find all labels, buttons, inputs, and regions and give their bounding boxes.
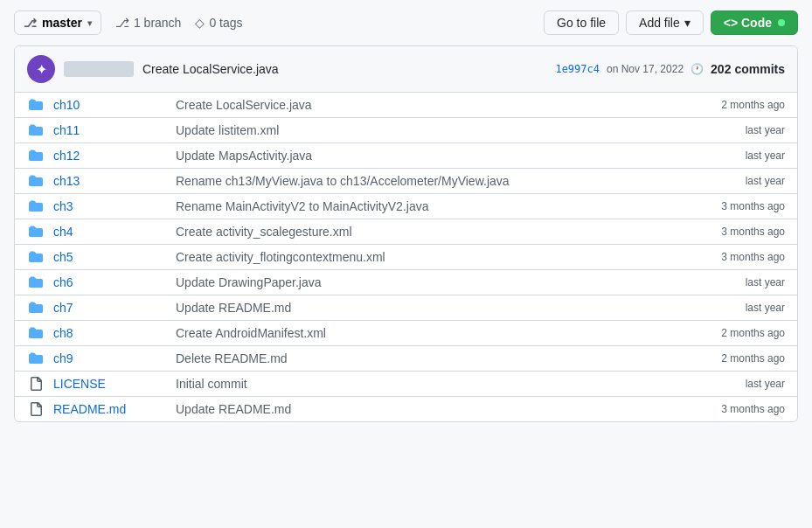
- folder-name[interactable]: ch4: [53, 225, 167, 239]
- folder-name[interactable]: ch8: [53, 326, 167, 340]
- file-name[interactable]: LICENSE: [53, 377, 167, 391]
- file-icon: [27, 402, 45, 416]
- file-time: 3 months ago: [680, 200, 785, 212]
- file-commit-link[interactable]: Update README.md: [176, 301, 291, 315]
- repo-box: ✦ Create LocalService.java 1e997c4 on No…: [14, 45, 798, 422]
- folder-name[interactable]: ch6: [53, 275, 167, 289]
- file-commit-message: Update README.md: [176, 402, 671, 416]
- commits-count: 202: [711, 62, 731, 76]
- file-commit-message: Rename ch13/MyView.java to ch13/Accelome…: [176, 174, 671, 188]
- top-bar: ⎇ master ▾ ⎇ 1 branch ◇ 0 tags Go to fil…: [14, 10, 798, 35]
- file-commit-link[interactable]: Create activity_scalegesture.xml: [176, 225, 352, 239]
- file-commit-link[interactable]: Update MapsActivity.java: [176, 149, 312, 163]
- file-time: 3 months ago: [680, 403, 785, 415]
- username-placeholder: [64, 61, 134, 77]
- branch-count-icon: ⎇: [115, 16, 129, 30]
- table-row: ch8Create AndroidManifest.xml2 months ag…: [15, 321, 797, 346]
- folder-icon: [27, 149, 45, 163]
- table-row: ch3Rename MainActivityV2 to MainActivity…: [15, 194, 797, 219]
- file-time: last year: [680, 124, 785, 136]
- folder-name[interactable]: ch7: [53, 301, 167, 315]
- file-time: 3 months ago: [680, 226, 785, 238]
- file-commit-link[interactable]: Create AndroidManifest.xml: [176, 326, 326, 340]
- file-commit-message: Create activity_scalegesture.xml: [176, 225, 671, 239]
- add-file-button[interactable]: Add file ▾: [626, 10, 704, 35]
- file-time: last year: [680, 149, 785, 162]
- table-row: ch13Rename ch13/MyView.java to ch13/Acce…: [15, 169, 797, 194]
- clock-icon: 🕐: [691, 63, 704, 75]
- commit-hash-link[interactable]: 1e997c4: [555, 63, 600, 75]
- commits-label: commits: [734, 62, 785, 76]
- folder-name[interactable]: ch9: [53, 351, 167, 365]
- folder-icon: [27, 225, 45, 239]
- file-time: 2 months ago: [680, 352, 785, 365]
- file-commit-link[interactable]: Update listitem.xml: [176, 123, 279, 137]
- file-commit-link[interactable]: Delete README.md: [176, 351, 288, 365]
- folder-icon: [27, 199, 45, 213]
- branch-count-link[interactable]: ⎇ 1 branch: [115, 16, 181, 30]
- code-button[interactable]: <> Code: [711, 10, 798, 35]
- top-bar-left: ⎇ master ▾ ⎇ 1 branch ◇ 0 tags: [14, 10, 243, 35]
- latest-commit-message: Create LocalService.java: [142, 62, 546, 76]
- branch-count-label: 1 branch: [134, 16, 181, 30]
- table-row: README.mdUpdate README.md3 months ago: [15, 397, 797, 421]
- file-commit-message: Initial commit: [176, 377, 671, 391]
- folder-name[interactable]: ch10: [53, 98, 167, 112]
- folder-name[interactable]: ch3: [53, 199, 167, 213]
- commit-date: on Nov 17, 2022: [607, 63, 684, 75]
- folder-icon: [27, 174, 45, 188]
- commits-count-link[interactable]: 202 commits: [711, 62, 785, 76]
- branch-selector-button[interactable]: ⎇ master ▾: [14, 10, 101, 35]
- repo-header: ✦ Create LocalService.java 1e997c4 on No…: [15, 46, 797, 93]
- table-row: ch7Update README.mdlast year: [15, 295, 797, 321]
- folder-icon: [27, 98, 45, 112]
- table-row: LICENSEInitial commitlast year: [15, 372, 797, 397]
- file-commit-message: Update README.md: [176, 301, 671, 315]
- folder-name[interactable]: ch11: [53, 123, 167, 137]
- folder-icon: [27, 123, 45, 137]
- file-commit-message: Delete README.md: [176, 351, 671, 365]
- file-commit-link[interactable]: Rename MainActivityV2 to MainActivityV2.…: [176, 199, 428, 213]
- folder-name[interactable]: ch5: [53, 250, 167, 264]
- branch-name: master: [42, 16, 82, 30]
- folder-icon: [27, 275, 45, 289]
- file-time: 2 months ago: [680, 99, 785, 111]
- tag-count-icon: ◇: [195, 16, 205, 30]
- add-file-caret-icon: ▾: [684, 16, 691, 30]
- folder-name[interactable]: ch12: [53, 149, 167, 163]
- file-commit-link[interactable]: Rename ch13/MyView.java to ch13/Accelome…: [176, 174, 510, 188]
- branch-icon: ⎇: [24, 17, 37, 30]
- branch-caret-icon: ▾: [87, 18, 92, 28]
- folder-icon: [27, 351, 45, 365]
- folder-icon: [27, 301, 45, 315]
- tag-count-label: 0 tags: [209, 16, 242, 30]
- file-time: last year: [680, 378, 785, 390]
- header-meta: 1e997c4 on Nov 17, 2022 🕐 202 commits: [555, 62, 785, 76]
- file-commit-link[interactable]: Update DrawingPaper.java: [176, 275, 322, 289]
- file-time: last year: [680, 175, 785, 187]
- table-row: ch11Update listitem.xmllast year: [15, 118, 797, 143]
- table-row: ch5Create activity_flotingcontextmenu.xm…: [15, 245, 797, 270]
- avatar: ✦: [27, 55, 55, 83]
- goto-file-button[interactable]: Go to file: [544, 10, 619, 35]
- file-commit-link[interactable]: Initial commit: [176, 377, 247, 391]
- file-commit-message: Rename MainActivityV2 to MainActivityV2.…: [176, 199, 671, 213]
- folder-name[interactable]: ch13: [53, 174, 167, 188]
- file-commit-message: Update DrawingPaper.java: [176, 275, 671, 289]
- file-commit-message: Create LocalService.java: [176, 98, 671, 112]
- table-row: ch10Create LocalService.java2 months ago: [15, 93, 797, 118]
- file-commit-message: Update listitem.xml: [176, 123, 671, 137]
- code-dot: [778, 19, 785, 26]
- file-commit-link[interactable]: Create activity_flotingcontextmenu.xml: [176, 250, 385, 264]
- file-time: 2 months ago: [680, 327, 785, 339]
- file-time: 3 months ago: [680, 251, 785, 263]
- table-row: ch6Update DrawingPaper.javalast year: [15, 270, 797, 295]
- file-name[interactable]: README.md: [53, 402, 167, 416]
- table-row: ch4Create activity_scalegesture.xml3 mon…: [15, 219, 797, 245]
- file-commit-link[interactable]: Update README.md: [176, 402, 291, 416]
- file-commit-link[interactable]: Create LocalService.java: [176, 98, 312, 112]
- tag-count-link[interactable]: ◇ 0 tags: [195, 16, 242, 30]
- file-list: ch10Create LocalService.java2 months ago…: [15, 93, 797, 421]
- file-commit-message: Update MapsActivity.java: [176, 149, 671, 163]
- folder-icon: [27, 326, 45, 340]
